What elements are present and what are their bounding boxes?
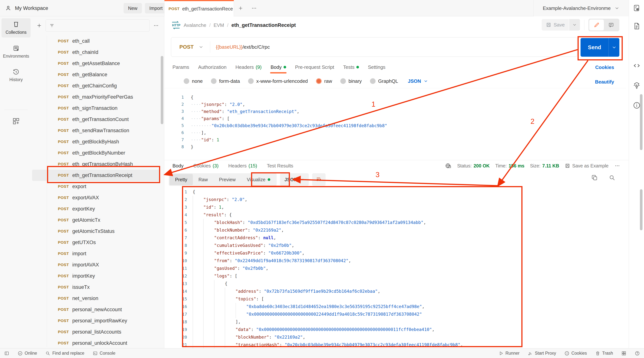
sidebar-request-item[interactable]: POSTgetUTXOs — [32, 237, 164, 248]
request-body-editor[interactable]: 1{2····"jsonrpc": "2.0",3····"method": "… — [164, 88, 626, 160]
two-pane-button[interactable] — [621, 351, 626, 356]
comment-mode-button[interactable] — [604, 19, 618, 30]
edit-mode-button[interactable] — [589, 19, 604, 30]
sidebar-request-item[interactable]: POSTgetAtomicTx — [32, 214, 164, 226]
sidebar-request-item[interactable]: POSTeth_getTransactionCount — [32, 114, 164, 125]
rail-item-history[interactable]: History — [2, 66, 30, 85]
mode-urlencoded[interactable]: x-www-form-urlencoded — [248, 78, 308, 84]
new-button[interactable]: New — [124, 3, 142, 13]
raw-language-selector[interactable]: JSON — [408, 78, 428, 84]
help-button[interactable] — [635, 351, 640, 356]
add-tab-button[interactable] — [234, 0, 247, 16]
response-tab-test-results[interactable]: Test Results — [267, 160, 294, 172]
tab-tests[interactable]: Tests — [343, 60, 359, 75]
cookies-link[interactable]: Cookies — [595, 64, 614, 70]
response-tab-headers[interactable]: Headers(15) — [228, 160, 257, 172]
find-and-replace-button[interactable]: Find and replace — [45, 351, 84, 356]
response-language-selector[interactable]: JSON — [280, 173, 309, 186]
response-tab-body[interactable]: Body — [172, 160, 184, 172]
sidebar-request-item[interactable]: POSTimport — [32, 248, 164, 259]
sidebar-request-item[interactable]: POSTissueTx — [32, 282, 164, 293]
sidebar-options-button[interactable] — [153, 22, 159, 29]
online-status[interactable]: Online — [18, 351, 37, 356]
search-response-button[interactable] — [608, 174, 616, 181]
sidebar-request-item[interactable]: POSTeth_getBlockByNumber — [32, 147, 164, 159]
environment-quick-look-button[interactable] — [632, 4, 640, 12]
sidebar-request-item[interactable]: POSTexportAVAX — [32, 192, 164, 203]
sidebar-request-item[interactable]: POSTeth_getTransactionByHash — [32, 159, 164, 170]
response-body-viewer[interactable]: 1{2 "jsonrpc": "2.0",3 "id": 1,4 "result… — [164, 187, 626, 348]
mode-graphql[interactable]: GraphQL — [370, 78, 398, 84]
rail-item-collections[interactable]: Collections — [2, 18, 30, 37]
sidebar-request-item[interactable]: POSTeth_getTransactionReceipt — [32, 170, 160, 181]
workspace-switcher[interactable]: My Workspace — [5, 0, 48, 16]
response-scrollbar[interactable] — [640, 189, 642, 230]
tab-params[interactable]: Params — [172, 60, 189, 75]
runner-button[interactable]: Runner — [498, 351, 520, 356]
beautify-link[interactable]: Beautify — [595, 79, 614, 85]
info-button[interactable] — [632, 101, 641, 109]
pm-assistant-button[interactable] — [632, 82, 641, 90]
sidebar-toggle-button[interactable] — [4, 351, 9, 356]
tab-authorization[interactable]: Authorization — [198, 60, 226, 75]
status-badge[interactable]: Status:200 OK — [457, 163, 490, 169]
mode-binary[interactable]: binary — [340, 78, 362, 84]
sidebar-request-item[interactable]: POSTgetAtomicTxStatus — [32, 226, 164, 237]
sidebar-request-item[interactable]: POSTeth_chainId — [32, 47, 164, 58]
environment-selector[interactable]: Example-Avalanche-Environme — [534, 0, 629, 16]
request-title[interactable]: eth_getTransactionReceipt — [232, 22, 296, 28]
sidebar-scrollbar[interactable] — [161, 56, 163, 124]
request-editor-scrollbar[interactable] — [640, 94, 642, 150]
view-pretty[interactable]: Pretty — [170, 174, 193, 185]
sidebar-request-item[interactable]: POSTeth_signTransaction — [32, 103, 164, 114]
console-button[interactable]: Console — [92, 351, 115, 356]
size-badge[interactable]: Size:7.11 KB — [530, 163, 559, 169]
view-raw[interactable]: Raw — [193, 174, 213, 185]
wrap-lines-button[interactable] — [312, 173, 326, 186]
sidebar-request-item[interactable]: POSTeth_sendRawTransaction — [32, 125, 164, 136]
sidebar-request-item[interactable]: POSTimportAVAX — [32, 259, 164, 270]
time-badge[interactable]: Time:156 ms — [495, 163, 524, 169]
sidebar-request-item[interactable]: POSTimportKey — [32, 270, 164, 282]
sidebar-request-item[interactable]: POSTeth_getBalance — [32, 69, 164, 80]
response-tab-cookies[interactable]: Cookies(3) — [193, 160, 218, 172]
mode-none[interactable]: none — [184, 78, 203, 84]
tab-body[interactable]: Body — [270, 60, 286, 75]
breadcrumb-folder[interactable]: EVM — [214, 22, 224, 28]
sidebar-request-item[interactable]: POSTeth_maxPriorityFeePerGas — [32, 91, 164, 103]
request-tab[interactable]: POST eth_getTransactionRece — [164, 0, 234, 16]
rail-item-environments[interactable]: Environments — [2, 42, 30, 61]
save-button[interactable]: Save — [542, 19, 569, 30]
sidebar-request-item[interactable]: POSTexport — [32, 181, 164, 192]
send-button[interactable]: Send — [580, 38, 619, 57]
tab-options-button[interactable] — [247, 0, 261, 16]
sidebar-request-item[interactable]: POSTeth_call — [32, 35, 164, 47]
sidebar-request-item[interactable]: POSTpersonal_importRawKey — [32, 315, 164, 326]
view-visualize[interactable]: Visualize — [241, 174, 276, 185]
sidebar-request-item[interactable]: POSTeth_getAssetBalance — [32, 58, 164, 69]
send-options-button[interactable] — [608, 38, 619, 57]
view-preview[interactable]: Preview — [213, 174, 241, 185]
breadcrumb-collection[interactable]: Avalanche — [184, 22, 206, 28]
sidebar-request-item[interactable]: POSTeth_getBlockByHash — [32, 136, 164, 147]
start-proxy-button[interactable]: Start Proxy — [528, 351, 556, 356]
tab-headers[interactable]: Headers(9) — [236, 60, 262, 75]
sidebar-request-item[interactable]: POSTpersonal_newAccount — [32, 304, 164, 315]
sidebar-request-item[interactable]: POSTexportKey — [32, 203, 164, 214]
code-snippet-button[interactable] — [632, 61, 641, 70]
trash-button[interactable]: Trash — [595, 351, 613, 356]
cookies-button[interactable]: Cookies — [564, 351, 587, 356]
sidebar-request-item[interactable]: POSTpersonal_listAccounts — [32, 326, 164, 338]
sidebar-request-item[interactable]: POSTnet_version — [32, 293, 164, 304]
mode-raw[interactable]: raw — [316, 78, 332, 84]
sidebar-request-item[interactable]: POSTpersonal_unlockAccount — [32, 338, 164, 348]
sidebar-filter-input[interactable] — [46, 19, 150, 32]
save-as-example-button[interactable]: Save as Example — [565, 163, 608, 169]
response-options-button[interactable] — [614, 163, 620, 169]
tab-pre-request-script[interactable]: Pre-request Script — [295, 60, 334, 75]
add-request-button[interactable] — [36, 22, 42, 28]
import-button[interactable]: Import — [145, 3, 167, 13]
tab-settings[interactable]: Settings — [368, 60, 386, 75]
documentation-button[interactable] — [632, 22, 641, 30]
mode-form-data[interactable]: form-data — [211, 78, 240, 84]
